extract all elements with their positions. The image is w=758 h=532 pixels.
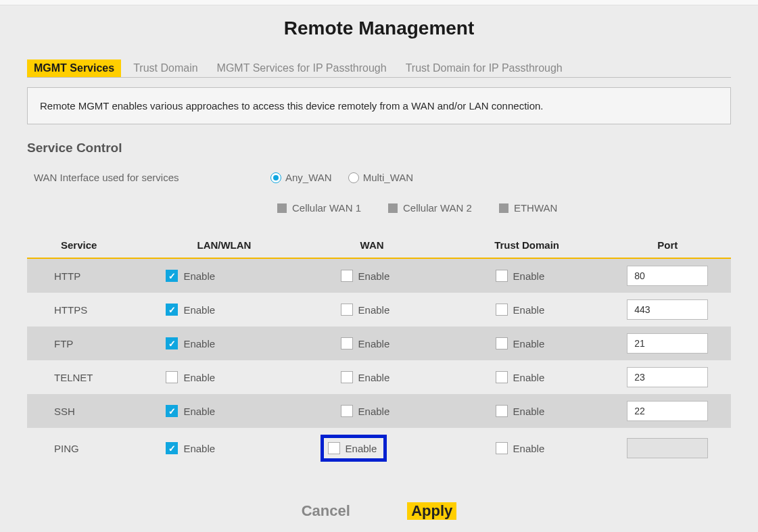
- checkbox-icon: [341, 270, 353, 282]
- checkbox-icon: [341, 405, 353, 417]
- legend-label: Cellular WAN 1: [292, 202, 361, 214]
- checkbox-icon: [496, 270, 508, 282]
- legend-item: Cellular WAN 2: [388, 202, 472, 214]
- col-port: Port: [605, 233, 731, 258]
- checkbox-label: Enable: [183, 338, 215, 349]
- checkbox-icon: [166, 371, 178, 383]
- ftp-wan-checkbox[interactable]: Enable: [300, 337, 444, 349]
- radio-multi_wan[interactable]: Multi_WAN: [348, 172, 413, 183]
- legend-box-icon: [499, 203, 508, 213]
- telnet-port-input[interactable]: [627, 367, 708, 387]
- checkbox-icon: [496, 337, 508, 349]
- telnet-lan-checkbox[interactable]: Enable: [159, 371, 289, 383]
- checkbox-icon: [341, 371, 353, 383]
- checkbox-label: Enable: [358, 270, 390, 282]
- legend-box-icon: [277, 203, 287, 213]
- radio-label: Multi_WAN: [363, 172, 413, 183]
- checkbox-label: Enable: [513, 304, 545, 316]
- service-name: SSH: [27, 394, 153, 428]
- checkbox-icon: [341, 337, 353, 349]
- ssh-port-input[interactable]: [627, 401, 708, 421]
- checkbox-icon: ✓: [166, 405, 178, 417]
- apply-button[interactable]: Apply: [407, 502, 456, 520]
- checkbox-icon: [496, 405, 508, 417]
- service-table: ServiceLAN/WLANWANTrust DomainPort HTTP✓…: [27, 233, 731, 468]
- radio-icon: [348, 172, 359, 183]
- wan-interface-row: WAN Interface used for services Any_WANM…: [27, 172, 731, 183]
- tab-trust-domain-for-ip-passthrough[interactable]: Trust Domain for IP Passthrough: [399, 59, 569, 77]
- tabs: MGMT ServicesTrust DomainMGMT Services f…: [27, 59, 731, 78]
- ping-trust-checkbox[interactable]: Enable: [455, 442, 599, 454]
- tab-trust-domain[interactable]: Trust Domain: [126, 59, 204, 77]
- http-port-input[interactable]: [627, 266, 708, 286]
- checkbox-icon: ✓: [166, 270, 178, 282]
- col-wan: WAN: [295, 233, 450, 258]
- service-name: FTP: [27, 327, 153, 360]
- checkbox-icon: [328, 442, 340, 454]
- ssh-trust-checkbox[interactable]: Enable: [455, 405, 599, 417]
- checkbox-label: Enable: [513, 443, 545, 454]
- service-name: TELNET: [27, 360, 153, 394]
- https-port-input[interactable]: [627, 299, 708, 320]
- table-row: PING✓EnableEnableEnable: [27, 428, 731, 468]
- http-trust-checkbox[interactable]: Enable: [455, 270, 599, 282]
- ssh-lan-checkbox[interactable]: ✓Enable: [159, 405, 289, 417]
- checkbox-label: Enable: [513, 372, 545, 383]
- ping-wan-checkbox[interactable]: Enable: [321, 435, 387, 462]
- legend-box-icon: [388, 203, 398, 213]
- tab-mgmt-services[interactable]: MGMT Services: [27, 59, 121, 77]
- cancel-button[interactable]: Cancel: [302, 502, 350, 520]
- radio-icon: [270, 172, 281, 183]
- ping-port-input: [627, 438, 708, 458]
- table-row: HTTPS✓EnableEnableEnable: [27, 293, 731, 327]
- wan-legend: Cellular WAN 1Cellular WAN 2ETHWAN: [277, 202, 731, 214]
- ssh-wan-checkbox[interactable]: Enable: [300, 405, 444, 417]
- https-trust-checkbox[interactable]: Enable: [455, 304, 599, 316]
- table-row: HTTP✓EnableEnableEnable: [27, 258, 731, 293]
- service-name: HTTPS: [27, 293, 153, 327]
- telnet-wan-checkbox[interactable]: Enable: [300, 371, 444, 383]
- checkbox-icon: ✓: [166, 442, 178, 454]
- legend-label: Cellular WAN 2: [403, 202, 472, 214]
- checkbox-label: Enable: [346, 443, 377, 454]
- radio-any_wan[interactable]: Any_WAN: [270, 172, 332, 183]
- legend-label: ETHWAN: [514, 202, 557, 214]
- ftp-lan-checkbox[interactable]: ✓Enable: [159, 337, 289, 349]
- https-lan-checkbox[interactable]: ✓Enable: [159, 304, 289, 316]
- wan-radio-group: Any_WANMulti_WAN: [270, 172, 413, 183]
- service-name: HTTP: [27, 258, 153, 293]
- https-wan-checkbox[interactable]: Enable: [300, 304, 444, 316]
- telnet-trust-checkbox[interactable]: Enable: [455, 371, 599, 383]
- checkbox-label: Enable: [183, 372, 215, 383]
- http-lan-checkbox[interactable]: ✓Enable: [159, 270, 289, 282]
- checkbox-icon: ✓: [166, 304, 178, 316]
- checkbox-label: Enable: [183, 443, 215, 454]
- checkbox-label: Enable: [358, 406, 390, 417]
- checkbox-label: Enable: [513, 338, 545, 349]
- ftp-port-input[interactable]: [627, 333, 708, 354]
- ping-lan-checkbox[interactable]: ✓Enable: [159, 442, 289, 454]
- ftp-trust-checkbox[interactable]: Enable: [455, 337, 599, 349]
- checkbox-icon: [341, 304, 353, 316]
- checkbox-label: Enable: [183, 270, 215, 282]
- checkbox-label: Enable: [358, 304, 390, 316]
- checkbox-label: Enable: [183, 406, 215, 417]
- page-title: Remote Management: [27, 18, 731, 39]
- table-row: FTP✓EnableEnableEnable: [27, 327, 731, 360]
- checkbox-icon: [496, 304, 508, 316]
- http-wan-checkbox[interactable]: Enable: [300, 270, 444, 282]
- checkbox-label: Enable: [358, 372, 390, 383]
- top-bar: [0, 0, 758, 5]
- wan-interface-label: WAN Interface used for services: [27, 172, 270, 183]
- checkbox-icon: ✓: [166, 337, 178, 349]
- section-title: Service Control: [27, 141, 731, 155]
- checkbox-label: Enable: [358, 338, 390, 349]
- action-bar: Cancel Apply: [27, 502, 731, 520]
- checkbox-label: Enable: [513, 406, 545, 417]
- checkbox-icon: [496, 442, 508, 454]
- checkbox-label: Enable: [513, 270, 545, 282]
- col-lan-wlan: LAN/WLAN: [153, 233, 294, 258]
- table-row: TELNETEnableEnableEnable: [27, 360, 731, 394]
- tab-mgmt-services-for-ip-passthrough[interactable]: MGMT Services for IP Passthrough: [210, 59, 394, 77]
- checkbox-label: Enable: [183, 304, 215, 316]
